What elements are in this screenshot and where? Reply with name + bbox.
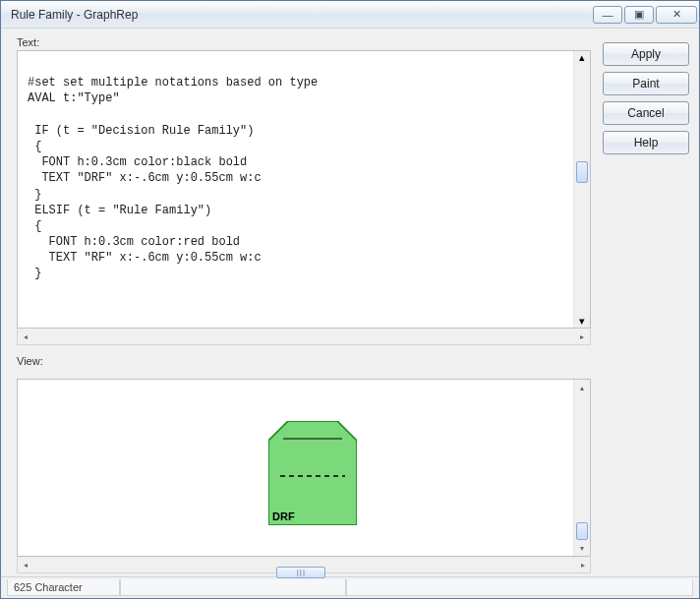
maximize-button[interactable]: ▣ — [624, 6, 654, 24]
text-scroll-thumb[interactable] — [576, 161, 588, 183]
window-title: Rule Family - GraphRep — [11, 8, 138, 22]
status-cell-2 — [120, 579, 346, 596]
view-scroll-right-icon[interactable]: ▸ — [575, 559, 590, 572]
status-cell-3 — [346, 579, 693, 596]
help-button[interactable]: Help — [603, 131, 689, 154]
paint-button[interactable]: Paint — [603, 72, 689, 95]
view-label: View: — [17, 355, 591, 367]
graph-shape: DRF — [268, 421, 357, 525]
maximize-icon: ▣ — [634, 8, 644, 21]
titlebar[interactable]: Rule Family - GraphRep — ▣ ✕ — [1, 1, 699, 29]
text-editor-wrap: #set set multiple notations based on typ… — [17, 50, 591, 345]
scroll-down-icon[interactable]: ▾ — [579, 315, 585, 328]
left-column: Text: #set set multiple notations based … — [17, 36, 591, 574]
scroll-left-icon[interactable]: ◂ — [19, 330, 32, 343]
view-panel[interactable]: DRF ▴ ▾ — [17, 379, 591, 557]
statusbar: 625 Character — [1, 576, 699, 598]
view-scroll-left-icon[interactable]: ◂ — [18, 559, 32, 572]
minimize-icon: — — [603, 9, 613, 21]
view-vscroll-track[interactable] — [574, 394, 590, 541]
body-area: Text: #set set multiple notations based … — [1, 29, 699, 576]
scroll-right-icon[interactable]: ▸ — [575, 330, 589, 343]
window-root: Rule Family - GraphRep — ▣ ✕ Text: #set … — [0, 0, 700, 599]
cancel-button[interactable]: Cancel — [603, 101, 689, 125]
view-hscroll-thumb[interactable]: ||| — [276, 567, 325, 578]
shape-label: DRF — [272, 510, 295, 522]
text-label: Text: — [17, 36, 591, 48]
text-hscroll[interactable]: ◂ ▸ — [17, 329, 591, 345]
view-hscroll[interactable]: ◂ ||| ▸ — [17, 557, 591, 573]
view-vscroll-thumb[interactable] — [576, 522, 588, 540]
close-button[interactable]: ✕ — [656, 6, 697, 24]
text-vscroll[interactable]: ▴ ▾ — [573, 51, 590, 328]
apply-button[interactable]: Apply — [603, 42, 689, 66]
view-vscroll[interactable]: ▴ ▾ — [573, 380, 590, 556]
code-editor[interactable]: #set set multiple notations based on typ… — [17, 50, 591, 329]
close-icon: ✕ — [672, 8, 681, 21]
scroll-grip-icon: ||| — [297, 568, 306, 576]
view-scroll-up-icon[interactable]: ▴ — [575, 381, 590, 394]
minimize-button[interactable]: — — [593, 6, 622, 24]
scroll-up-icon[interactable]: ▴ — [579, 51, 585, 64]
view-wrap: DRF ▴ ▾ ◂ ||| ▸ — [17, 379, 591, 573]
window-controls: — ▣ ✕ — [591, 6, 697, 24]
status-char-count: 625 Character — [7, 579, 120, 596]
action-column: Apply Paint Cancel Help — [603, 36, 689, 574]
view-scroll-down-icon[interactable]: ▾ — [575, 541, 590, 555]
